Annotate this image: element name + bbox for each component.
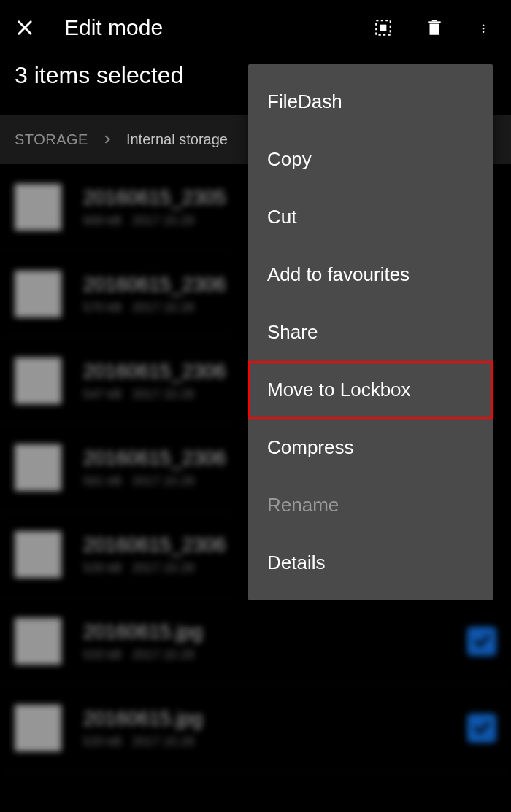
menu-item-cut[interactable]: Cut [248,188,493,246]
file-texts: 20160615.jpg 520 kB2017.10.28 [83,708,467,749]
svg-rect-2 [430,23,439,34]
file-thumb [15,705,61,751]
overflow-menu-icon[interactable] [474,17,496,39]
svg-rect-4 [432,20,437,21]
breadcrumb-root[interactable]: STORAGE [15,131,88,148]
breadcrumb-current[interactable]: Internal storage [126,131,228,148]
close-icon[interactable] [15,18,35,38]
trash-icon[interactable] [423,17,445,39]
overflow-menu: FileDashCopyCutAdd to favouritesShareMov… [248,64,493,600]
checkbox-checked-icon[interactable] [467,627,496,656]
file-thumb [15,357,61,404]
menu-item-add-to-favourites[interactable]: Add to favourites [248,246,493,303]
menu-item-copy[interactable]: Copy [248,131,493,188]
menu-item-share[interactable]: Share [248,303,493,361]
svg-rect-1 [380,24,387,31]
file-row[interactable]: 20160615.jpg 520 kB2017.10.28 [0,685,511,772]
select-all-icon[interactable] [372,17,394,39]
file-thumb [15,271,61,317]
file-name: 20160615.jpg [83,621,467,643]
svg-rect-3 [428,21,440,23]
file-thumb [15,444,61,491]
file-texts: 20160615.jpg 533 kB2017.10.28 [83,621,467,662]
menu-item-rename: Rename [248,476,493,534]
file-meta: 520 kB2017.10.28 [83,735,467,749]
menu-item-compress[interactable]: Compress [248,419,493,476]
svg-point-6 [483,28,485,30]
file-row[interactable]: 20160615.jpg 533 kB2017.10.28 [0,598,511,685]
svg-point-5 [483,24,485,26]
svg-point-7 [483,31,485,33]
checkbox-checked-icon[interactable] [467,714,496,743]
toolbar-title: Edit mode [64,15,343,40]
file-thumb [15,531,61,578]
toolbar: Edit mode [0,0,511,55]
chevron-right-icon [101,134,113,145]
menu-item-move-to-lockbox[interactable]: Move to Lockbox [248,361,493,419]
menu-item-details[interactable]: Details [248,534,493,592]
file-name: 20160615.jpg [83,708,467,730]
file-thumb [15,184,61,231]
file-thumb [15,618,61,665]
menu-item-filedash[interactable]: FileDash [248,73,493,131]
file-meta: 533 kB2017.10.28 [83,648,467,662]
